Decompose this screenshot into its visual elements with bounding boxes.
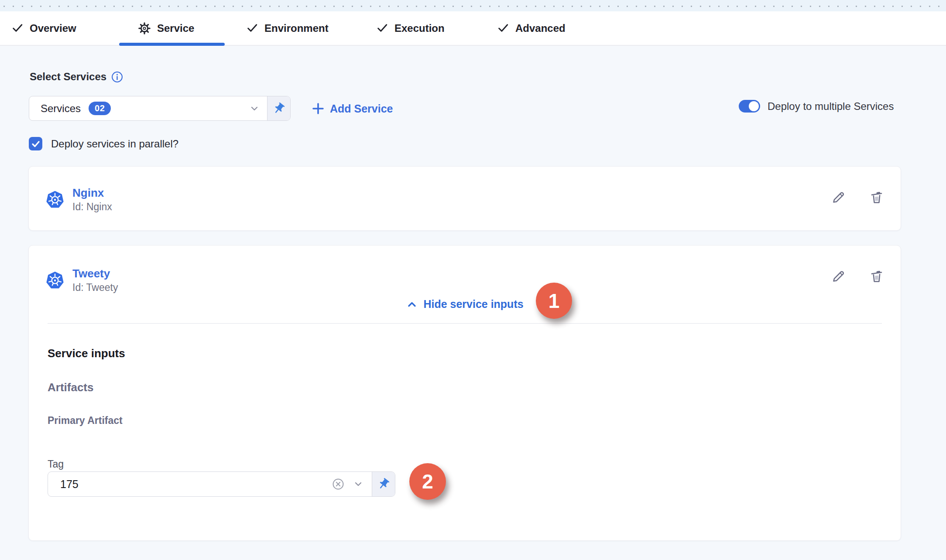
tag-input-controls bbox=[332, 472, 372, 496]
multi-service-toggle-row: Deploy to multiple Services bbox=[739, 100, 894, 113]
service-card-titles: Nginx Id: Nginx bbox=[72, 186, 112, 214]
tab-execution[interactable]: Execution bbox=[377, 11, 445, 45]
deploy-parallel-label: Deploy services in parallel? bbox=[51, 138, 178, 150]
active-tab-underline bbox=[119, 43, 225, 46]
deploy-multiple-toggle[interactable] bbox=[739, 100, 760, 113]
select-services-text: Select Services bbox=[30, 71, 106, 83]
kubernetes-icon bbox=[45, 186, 65, 214]
tag-label: Tag bbox=[48, 458, 64, 470]
services-count-badge: 02 bbox=[89, 102, 111, 115]
service-card-header: Nginx Id: Nginx bbox=[45, 186, 112, 214]
pipeline-canvas-strip bbox=[0, 0, 946, 11]
service-card-actions bbox=[830, 189, 885, 206]
primary-artifact-heading: Primary Artifact bbox=[48, 415, 123, 427]
service-card-titles: Tweety Id: Tweety bbox=[72, 266, 118, 294]
trash-icon[interactable] bbox=[868, 268, 885, 285]
service-inputs-title: Service inputs bbox=[48, 347, 125, 360]
tab-label: Advanced bbox=[515, 22, 566, 34]
hide-service-inputs-link[interactable]: Hide service inputs bbox=[29, 298, 901, 311]
service-name-link[interactable]: Nginx bbox=[72, 186, 112, 200]
service-card-header: Tweety Id: Tweety bbox=[45, 266, 118, 294]
annotation-badge-1[interactable]: 1 bbox=[536, 283, 572, 319]
edit-pencil-icon[interactable] bbox=[830, 189, 847, 206]
service-card-nginx: Nginx Id: Nginx bbox=[28, 166, 901, 231]
gear-icon bbox=[138, 22, 151, 35]
dotted-grid-pattern bbox=[3, 6, 946, 7]
parallel-checkbox-row: Deploy services in parallel? bbox=[29, 137, 178, 150]
select-services-label: Select Services bbox=[30, 71, 123, 83]
add-service-button[interactable]: Add Service bbox=[312, 99, 393, 118]
tab-label: Execution bbox=[394, 22, 445, 34]
kubernetes-icon bbox=[45, 266, 65, 294]
artifacts-heading: Artifacts bbox=[48, 381, 93, 394]
deploy-multiple-label: Deploy to multiple Services bbox=[768, 100, 894, 113]
checkbox-check-icon bbox=[31, 139, 41, 149]
hide-service-inputs-label: Hide service inputs bbox=[423, 298, 523, 311]
service-card-actions bbox=[830, 268, 885, 285]
chevron-up-icon bbox=[406, 298, 418, 311]
stage-tabbar: Overview Service bbox=[0, 11, 946, 46]
card-divider bbox=[48, 323, 882, 324]
service-card-tweety: Tweety Id: Tweety bbox=[28, 245, 901, 541]
check-icon bbox=[497, 22, 509, 34]
service-name-link[interactable]: Tweety bbox=[72, 266, 118, 281]
tab-advanced[interactable]: Advanced bbox=[497, 11, 566, 45]
chevron-down-icon[interactable] bbox=[353, 478, 364, 490]
check-icon bbox=[377, 22, 388, 34]
check-icon bbox=[12, 22, 24, 34]
services-dropdown-value: Services bbox=[41, 102, 81, 115]
trash-icon[interactable] bbox=[868, 189, 885, 206]
chevron-down-icon bbox=[249, 103, 260, 114]
check-icon bbox=[247, 22, 258, 34]
tab-label: Environment bbox=[264, 22, 329, 34]
plus-icon bbox=[312, 102, 325, 115]
pin-icon bbox=[377, 478, 390, 491]
edit-pencil-icon[interactable] bbox=[830, 268, 847, 285]
tag-pin-button[interactable] bbox=[372, 472, 395, 496]
services-pin-button[interactable] bbox=[267, 96, 290, 120]
service-id: Id: Tweety bbox=[72, 281, 118, 294]
services-dropdown[interactable]: Services 02 bbox=[29, 96, 267, 120]
service-config-screen: Overview Service bbox=[0, 0, 946, 560]
info-icon[interactable] bbox=[111, 71, 123, 83]
pin-icon bbox=[272, 102, 285, 115]
service-id: Id: Nginx bbox=[72, 200, 112, 214]
tab-service[interactable]: Service bbox=[138, 11, 194, 45]
toggle-knob bbox=[749, 101, 759, 111]
services-dropdown-group: Services 02 bbox=[29, 96, 291, 121]
tab-label: Overview bbox=[30, 22, 76, 34]
tag-input[interactable] bbox=[48, 472, 332, 496]
tab-environment[interactable]: Environment bbox=[247, 11, 329, 45]
add-service-label: Add Service bbox=[330, 102, 393, 115]
deploy-parallel-checkbox[interactable] bbox=[29, 137, 42, 150]
clear-icon[interactable] bbox=[332, 478, 345, 491]
tab-label: Service bbox=[157, 22, 194, 34]
tag-input-group bbox=[48, 471, 395, 497]
annotation-badge-2[interactable]: 2 bbox=[409, 463, 446, 500]
tab-overview[interactable]: Overview bbox=[12, 11, 76, 45]
